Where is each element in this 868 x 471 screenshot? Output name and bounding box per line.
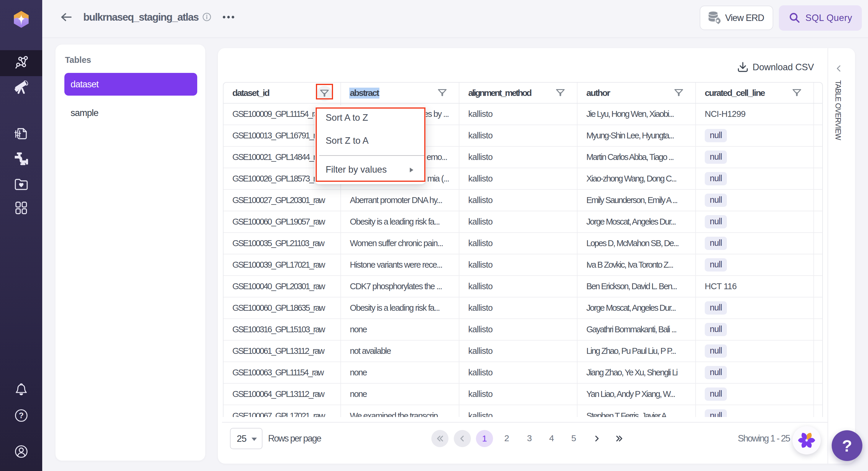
svg-text:?: ? [19, 411, 24, 420]
